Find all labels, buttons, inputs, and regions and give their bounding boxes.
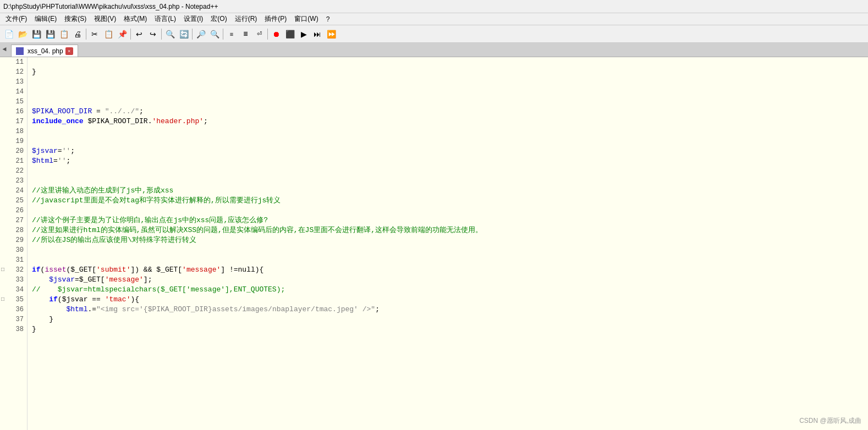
macro-stop-button[interactable]: ⬛ — [283, 27, 296, 41]
close-button[interactable]: 📋 — [57, 27, 70, 41]
copy-button[interactable]: 📋 — [102, 27, 115, 41]
line-number: 15 — [0, 97, 27, 107]
save-all-button[interactable]: 💾 — [43, 27, 57, 41]
php-file-icon — [16, 47, 24, 55]
line-number: 38 — [0, 324, 27, 334]
code-line: //这里如果进行html的实体编码,虽然可以解决XSS的问题,但是实体编码后的内… — [32, 225, 868, 235]
line-number: 34 — [0, 285, 27, 295]
title-bar: D:\phpStudy\PHPTutorial\WWW\pikachu\vul\… — [0, 0, 868, 13]
menu-plugins[interactable]: 插件(P) — [261, 14, 290, 24]
line-number: 31 — [0, 255, 27, 265]
menu-window[interactable]: 窗口(W) — [291, 14, 321, 24]
code-line: $jsvar=''; — [32, 146, 868, 156]
code-line — [32, 87, 868, 97]
code-line — [32, 126, 868, 136]
wrap-button[interactable]: ⏎ — [252, 27, 266, 41]
code-line: } — [32, 67, 868, 77]
menu-file[interactable]: 文件(F) — [2, 14, 30, 24]
sep5 — [223, 29, 223, 40]
code-line: $html.="<img src='{$PIKA_ROOT_DIR}assets… — [32, 305, 868, 315]
line-number: 23 — [0, 176, 27, 186]
menu-view[interactable]: 视图(V) — [91, 14, 119, 24]
line-number: 21 — [0, 156, 27, 166]
menu-run[interactable]: 运行(R) — [232, 14, 261, 24]
code-content[interactable]: } $PIKA_ROOT_DIR = "../../";include_once… — [28, 57, 868, 430]
line-number: 24 — [0, 186, 27, 196]
fold-marker[interactable]: □ — [1, 265, 4, 275]
line-number: 30 — [0, 245, 27, 255]
code-line: if(isset($_GET['submit']) && $_GET['mess… — [32, 265, 868, 275]
tab-scroll-left[interactable]: ◄ — [0, 42, 9, 57]
menu-help[interactable]: ? — [323, 15, 333, 24]
save-button[interactable]: 💾 — [30, 27, 43, 41]
line-number: 11 — [0, 57, 27, 67]
line-number: 37 — [0, 315, 27, 324]
line-number: □35 — [0, 295, 27, 305]
menu-edit[interactable]: 编辑(E) — [31, 14, 60, 24]
print-button[interactable]: 🖨 — [71, 27, 84, 41]
tab-close-button[interactable]: × — [65, 47, 73, 55]
sep6 — [267, 29, 268, 40]
code-line — [32, 245, 868, 255]
code-line — [32, 77, 868, 87]
cut-button[interactable]: ✂ — [88, 27, 101, 41]
code-line: $html=''; — [32, 156, 868, 166]
line-number: 29 — [0, 235, 27, 245]
code-line — [32, 176, 868, 186]
menu-bar: 文件(F) 编辑(E) 搜索(S) 视图(V) 格式(M) 语言(L) 设置(I… — [0, 13, 868, 25]
menu-language[interactable]: 语言(L) — [151, 14, 179, 24]
open-button[interactable]: 📂 — [16, 27, 29, 41]
code-line: if($jsvar == 'tmac'){ — [32, 295, 868, 305]
tab-filename: xss_04. php — [28, 47, 63, 55]
undo-button[interactable]: ↩ — [133, 27, 146, 41]
line-number: 20 — [0, 146, 27, 156]
redo-button[interactable]: ↪ — [146, 27, 160, 41]
menu-macro[interactable]: 宏(O) — [207, 14, 230, 24]
outdent-button[interactable]: ≣ — [239, 27, 252, 41]
zoom-out-button[interactable]: 🔍 — [208, 27, 221, 41]
line-number: 33 — [0, 275, 27, 285]
line-number: 13 — [0, 77, 27, 87]
code-line — [32, 206, 868, 216]
code-line — [32, 57, 868, 67]
line-number: 14 — [0, 87, 27, 97]
line-number: 19 — [0, 136, 27, 146]
menu-format[interactable]: 格式(M) — [120, 14, 150, 24]
line-number: 18 — [0, 126, 27, 136]
sep1 — [86, 29, 86, 40]
line-number: 25 — [0, 196, 27, 206]
line-number: 17 — [0, 117, 27, 126]
line-number: 12 — [0, 67, 27, 77]
code-line: //所以在JS的输出点应该使用\对特殊字符进行转义 — [32, 235, 868, 245]
new-button[interactable]: 📄 — [2, 27, 15, 41]
line-number: 16 — [0, 107, 27, 117]
tab-bar: ◄ xss_04. php × — [0, 43, 868, 57]
line-number: □32 — [0, 265, 27, 275]
macro-play-button[interactable]: ▶ — [297, 27, 310, 41]
indent-button[interactable]: ≡ — [225, 27, 238, 41]
find-button[interactable]: 🔍 — [163, 27, 177, 41]
sep4 — [192, 29, 193, 40]
toolbar: 📄 📂 💾 💾 📋 🖨 ✂ 📋 📌 ↩ ↪ 🔍 🔄 🔎 🔍 ≡ ≣ ⏎ ⏺ ⬛ … — [0, 25, 868, 43]
code-line — [32, 97, 868, 107]
menu-search[interactable]: 搜索(S) — [61, 14, 90, 24]
menu-settings[interactable]: 设置(I) — [180, 14, 206, 24]
watermark: CSDN @愿听风,成曲 — [799, 416, 861, 426]
code-area: 1112131415161718192021222324252627282930… — [0, 57, 868, 430]
code-line — [32, 166, 868, 176]
line-numbers: 1112131415161718192021222324252627282930… — [0, 57, 28, 430]
macro-record-button[interactable]: ⏺ — [270, 27, 283, 41]
macro-save-button[interactable]: ⏭ — [311, 27, 324, 41]
code-line: $PIKA_ROOT_DIR = "../../"; — [32, 107, 868, 117]
paste-button[interactable]: 📌 — [116, 27, 129, 41]
line-number: 36 — [0, 305, 27, 315]
code-line — [32, 136, 868, 146]
code-line: } — [32, 324, 868, 334]
macro-run-button[interactable]: ⏩ — [325, 27, 338, 41]
replace-button[interactable]: 🔄 — [177, 27, 190, 41]
line-number: 28 — [0, 225, 27, 235]
fold-marker[interactable]: □ — [1, 295, 4, 305]
code-line: //这里讲输入动态的生成到了js中,形成xss — [32, 186, 868, 196]
zoom-in-button[interactable]: 🔎 — [194, 27, 207, 41]
tab-xss04[interactable]: xss_04. php × — [11, 45, 78, 57]
